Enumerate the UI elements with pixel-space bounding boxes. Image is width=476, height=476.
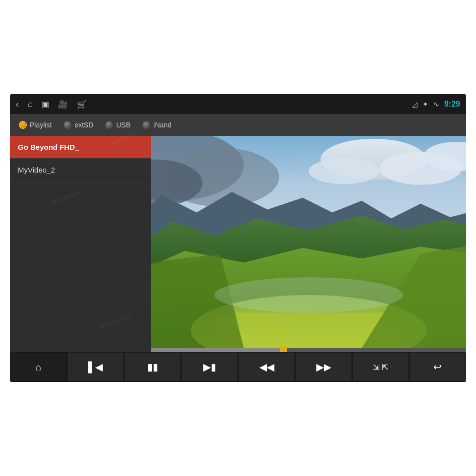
- video-area: [151, 136, 466, 352]
- playlist-item-2[interactable]: MyVideo_2: [10, 159, 151, 181]
- playlist-panel: Go Beyond FHD_ MyVideo_2: [10, 136, 151, 352]
- home-nav-icon[interactable]: ⌂: [28, 100, 33, 109]
- bluetooth-icon: ✦: [422, 100, 428, 108]
- fullscreen-icon: ⇲ ⇱: [373, 362, 388, 372]
- tab-extsd-label: extSD: [74, 121, 93, 129]
- recents-icon[interactable]: ▣: [42, 100, 49, 109]
- back-icon[interactable]: ‹: [16, 99, 19, 110]
- tab-extsd[interactable]: extSD: [60, 119, 97, 131]
- status-right: ◿ ✦ ∿ 9:29: [412, 100, 460, 109]
- tab-extsd-dot: [63, 121, 71, 129]
- pause-button[interactable]: ▮▮: [124, 352, 181, 382]
- status-bar: ‹ ⌂ ▣ 🎥 🛒 ◿ ✦ ∿ 9:29: [10, 94, 466, 114]
- progress-bar[interactable]: [151, 348, 466, 352]
- tab-usb-label: USB: [116, 121, 130, 129]
- bag-icon[interactable]: 🛒: [77, 100, 87, 109]
- svg-point-15: [214, 277, 403, 312]
- tab-usb-dot: [105, 121, 113, 129]
- tab-inand-label: iNand: [153, 121, 172, 129]
- svg-point-6: [309, 158, 380, 184]
- video-scene: [151, 136, 466, 348]
- prev-icon: ▌◀: [88, 361, 103, 373]
- fastforward-button[interactable]: ▶▶: [295, 352, 352, 382]
- progress-fill: [151, 348, 284, 352]
- wifi-icon: ∿: [433, 100, 439, 108]
- nav-icons: ‹ ⌂ ▣ 🎥 🛒: [16, 99, 87, 110]
- pause-icon: ▮▮: [147, 361, 158, 373]
- fullscreen-button[interactable]: ⇲ ⇱: [352, 352, 409, 382]
- camera-icon[interactable]: 🎥: [58, 100, 68, 109]
- video-player[interactable]: [151, 136, 466, 348]
- fastforward-icon: ▶▶: [316, 361, 331, 373]
- progress-thumb: [280, 347, 287, 352]
- tab-inand-dot: [142, 121, 150, 129]
- status-time: 9:29: [444, 100, 460, 109]
- tab-inand[interactable]: iNand: [138, 119, 176, 131]
- prev-button[interactable]: ▌◀: [67, 352, 124, 382]
- tab-playlist-label: Playlist: [30, 121, 52, 129]
- next-icon: ▶▮: [203, 361, 216, 373]
- tab-usb[interactable]: USB: [101, 119, 134, 131]
- tab-playlist[interactable]: Playlist: [15, 119, 56, 131]
- home-button[interactable]: ⌂: [10, 352, 67, 382]
- next-button[interactable]: ▶▮: [181, 352, 238, 382]
- rewind-icon: ◀◀: [259, 361, 274, 373]
- back-button[interactable]: ↩: [409, 352, 466, 382]
- tab-playlist-dot: [19, 121, 27, 129]
- playlist-item-1[interactable]: Go Beyond FHD_: [10, 136, 151, 159]
- source-tabs: Playlist extSD USB iNand: [10, 114, 466, 136]
- rewind-button[interactable]: ◀◀: [238, 352, 295, 382]
- back-ctrl-icon: ↩: [433, 361, 442, 373]
- main-content: Go Beyond FHD_ MyVideo_2: [10, 136, 466, 352]
- cast-icon: ◿: [412, 100, 417, 108]
- bottom-controls: ⌂ ▌◀ ▮▮ ▶▮ ◀◀ ▶▶ ⇲ ⇱ ↩: [10, 352, 466, 382]
- home-icon: ⌂: [35, 361, 41, 373]
